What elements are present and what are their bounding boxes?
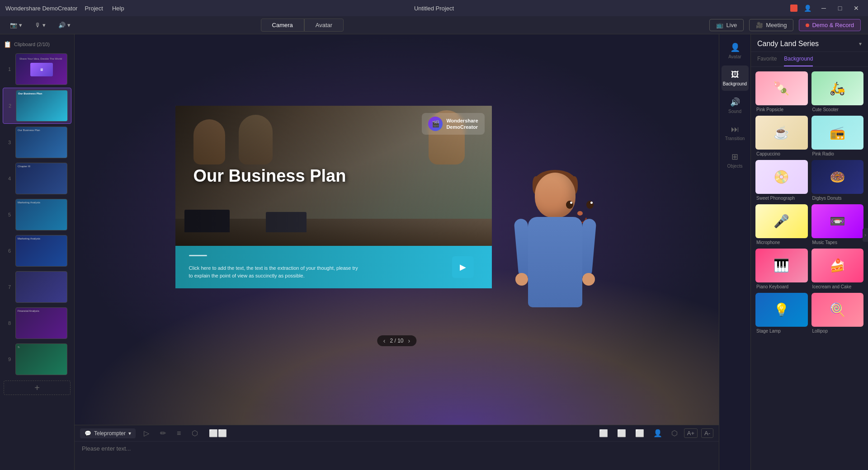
slide-line <box>189 255 207 256</box>
slide-number-6: 6 <box>6 248 13 254</box>
sound-dropdown-arrow: ▾ <box>67 22 71 28</box>
slide-item-3[interactable]: 3 Our Business Plan <box>3 125 71 160</box>
tel-export-button[interactable]: ⬡ <box>189 428 201 438</box>
bg-icecream-cake[interactable]: 🍰 Icecream and Cake <box>811 249 864 289</box>
sound-icon: 🔊 <box>58 22 66 28</box>
camera-group: 📷 ▾ <box>7 20 25 30</box>
prev-slide-button[interactable]: ‹ <box>383 337 386 344</box>
teleprompter-input[interactable] <box>75 442 719 470</box>
logo-text: WondershareDemoCreator <box>446 118 478 131</box>
slide-counter: ‹ 2 / 10 › <box>377 335 416 346</box>
maximize-button[interactable]: □ <box>834 4 846 13</box>
tel-play-button[interactable]: ▷ <box>141 428 152 438</box>
toolbar: 📷 ▾ 🎙 ▾ 🔊 ▾ Camera Avatar 📺 Live 🎥 M <box>0 16 868 34</box>
titlebar-menu: Project Help <box>85 5 124 12</box>
bg-digbys-donuts-icon: 🍩 <box>830 169 845 184</box>
tel-align-button[interactable]: ≡ <box>174 428 184 438</box>
sound-tab-icon: 🔊 <box>730 97 740 107</box>
bg-sweet-phonograph-icon: 📀 <box>774 169 789 184</box>
demo-record-button[interactable]: Demo & Record <box>799 19 860 31</box>
mic-dropdown-arrow: ▾ <box>42 22 46 28</box>
bg-cappuccino[interactable]: ☕ Cappuccino <box>755 116 808 156</box>
panel-sub-tabs: Favorite Background <box>751 52 868 67</box>
avatar-hand-right <box>582 273 595 286</box>
slide-item-4[interactable]: 4 Chapter III <box>3 161 71 196</box>
slide-item-8[interactable]: 8 Financial Analysis <box>3 306 71 341</box>
slide-play-button[interactable]: ▶ <box>452 256 474 278</box>
bg-music-tapes[interactable]: 📼 Music Tapes <box>811 204 864 245</box>
tel-more-button[interactable]: ⬜⬜ <box>206 428 230 438</box>
slide-item-2[interactable]: 2 Our Business Plan <box>3 88 71 124</box>
next-slide-button[interactable]: › <box>408 337 410 344</box>
teleprompter-right: ⬜ ⬜ ⬜ 👤 ⬡ A+ A- <box>596 428 713 438</box>
mic-button[interactable]: 🎙 ▾ <box>32 20 48 30</box>
titlebar-right: 👤 ─ □ ✕ <box>790 4 863 13</box>
project-title: Untitled Project <box>414 5 454 12</box>
expand-panel-button[interactable]: › <box>863 228 868 242</box>
font-increase-button[interactable]: A+ <box>684 428 698 438</box>
bg-digbys-donuts-label: Digbys Donuts <box>811 196 864 201</box>
content-area: 🎬 WondershareDemoCreator <box>75 34 719 470</box>
menu-project[interactable]: Project <box>85 5 103 12</box>
slide-item-9[interactable]: 9 S. <box>3 342 71 377</box>
slide-item-7[interactable]: 7 <box>3 269 71 305</box>
demo-record-label: Demo & Record <box>812 22 854 28</box>
tel-webcam-button[interactable]: ⬜ <box>614 428 629 438</box>
background-tab-label: Background <box>723 81 747 86</box>
series-dropdown[interactable]: ▾ <box>859 41 862 47</box>
minimize-button[interactable]: ─ <box>817 4 830 13</box>
bg-cute-scooter[interactable]: 🛵 Cute Scooter <box>811 71 864 112</box>
tab-background-sub[interactable]: Background <box>784 52 813 66</box>
live-button[interactable]: 📺 Live <box>709 19 744 31</box>
tel-person-button[interactable]: 👤 <box>651 428 665 438</box>
tel-pen-button[interactable]: ✏ <box>157 428 169 438</box>
slide-number-2: 2 <box>7 103 13 108</box>
tab-sound[interactable]: 🔊 Sound <box>722 93 749 118</box>
font-decrease-button[interactable]: A- <box>701 428 713 438</box>
tel-share-button[interactable]: ⬡ <box>669 428 680 438</box>
series-title: Candy Land Series <box>757 40 819 48</box>
bg-digbys-donuts[interactable]: 🍩 Digbys Donuts <box>811 160 864 201</box>
canvas-slide[interactable]: 🎬 WondershareDemoCreator <box>175 106 492 350</box>
slide-thumb-3: Our Business Plan <box>15 127 67 158</box>
user-icon[interactable]: 👤 <box>801 4 814 13</box>
bg-lollipop[interactable]: 🍭 Lollipop <box>811 293 864 334</box>
menu-help[interactable]: Help <box>112 5 124 12</box>
tab-avatar[interactable]: 👤 Avatar <box>722 38 749 64</box>
tab-background[interactable]: 🖼 Background <box>722 66 749 91</box>
slide-item-5[interactable]: 5 Marketing Analysis <box>3 197 71 232</box>
camera-icon: 📷 <box>10 22 17 28</box>
tab-objects[interactable]: ⊞ Objects <box>722 147 749 173</box>
slide-item-6[interactable]: 6 Marketing Analysis <box>3 233 71 268</box>
avatar-body <box>528 217 582 307</box>
sound-button[interactable]: 🔊 ▾ <box>56 20 73 30</box>
slide-thumb-8: Financial Analysis <box>15 307 67 339</box>
avatar-tab[interactable]: Avatar <box>304 19 344 32</box>
tel-layout-button[interactable]: ⬜ <box>632 428 647 438</box>
bg-microphone[interactable]: 🎤 Microphone <box>755 204 808 245</box>
slide-number-8: 8 <box>6 320 13 326</box>
bg-stage-lamp[interactable]: 💡 Stage Lamp <box>755 293 808 334</box>
teleprompter-dropdown[interactable]: 💬 Teleprompter ▾ <box>80 428 136 438</box>
bg-cute-scooter-thumb: 🛵 <box>811 71 864 105</box>
bg-pink-radio[interactable]: 📻 Pink Radio <box>811 116 864 156</box>
bg-sweet-phonograph[interactable]: 📀 Sweet Phonograph <box>755 160 808 201</box>
meeting-button[interactable]: 🎥 Meeting <box>749 19 793 31</box>
slide-lower: Click here to add the text, the text is … <box>175 246 492 288</box>
bg-stage-lamp-thumb: 💡 <box>755 293 808 327</box>
slide-item-1[interactable]: 1 Share Your Idea, Decide The World 🖥 <box>3 52 71 87</box>
right-panel-tabs: 👤 Avatar 🖼 Background 🔊 Sound ⏭ Transiti… <box>719 34 751 470</box>
canvas-container: 🎬 WondershareDemoCreator <box>75 34 719 425</box>
close-button[interactable]: ✕ <box>850 4 863 13</box>
tab-transition[interactable]: ⏭ Transition <box>722 120 749 146</box>
transition-tab-icon: ⏭ <box>731 125 739 134</box>
avatar-on-canvas <box>505 155 605 353</box>
camera-button[interactable]: 📷 ▾ <box>7 20 25 30</box>
tel-screen-button[interactable]: ⬜ <box>596 428 611 438</box>
bg-lollipop-icon: 🍭 <box>830 302 845 317</box>
bg-piano-keyboard[interactable]: 🎹 Piano Keyboard <box>755 249 808 289</box>
tab-favorite[interactable]: Favorite <box>757 52 777 66</box>
add-slide-button[interactable]: + <box>4 381 71 395</box>
bg-pink-popsicle[interactable]: 🍡 Pink Popsicle <box>755 71 808 112</box>
camera-tab[interactable]: Camera <box>261 19 304 32</box>
